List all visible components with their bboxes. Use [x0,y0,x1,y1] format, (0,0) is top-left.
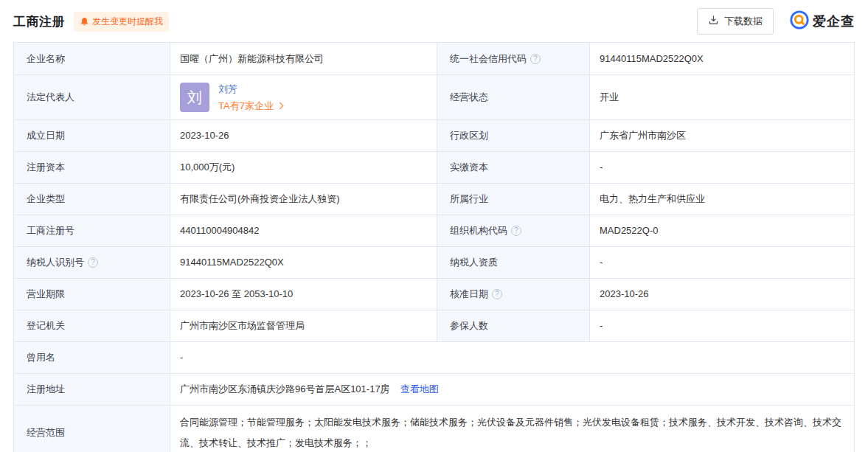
status-value-cell: 开业 [589,75,854,119]
industry-label-cell: 所属行业 [437,184,589,215]
status-label-cell: 经营状态 [437,75,589,119]
legal-rep-related-label: TA有7家企业 [218,99,274,114]
admin-division-value-cell: 广东省广州市南沙区 [589,120,854,151]
change-reminder-badge[interactable]: 发生变更时提醒我 [74,12,169,32]
legal-rep-label-cell: 法定代表人 [14,75,170,119]
reg-number-label-cell: 工商注册号 [14,215,170,246]
reg-address-label-cell: 注册地址 [14,374,170,405]
aiqicha-logo-icon [790,10,809,32]
row-company-name: 企业名称 国曜（广州）新能源科技有限公司 统一社会信用代码? 91440115M… [14,43,854,74]
chevron-right-icon [276,102,283,110]
paid-capital-label-cell: 实缴资本 [437,152,589,183]
row-reg-address: 注册地址 广州市南沙区东涌镇庆沙路96号首层A区101-17房 查看地图 [14,373,854,405]
legal-rep-value-cell: 刘 刘芳 TA有7家企业 [170,75,437,119]
reg-address-value-cell: 广州市南沙区东涌镇庆沙路96号首层A区101-17房 查看地图 [170,374,854,405]
help-icon[interactable]: ? [511,226,521,236]
approval-date-value-cell: 2023-10-26 [589,279,854,310]
company-name-value-cell: 国曜（广州）新能源科技有限公司 [170,43,437,74]
help-icon[interactable]: ? [88,257,98,268]
admin-division-label-cell: 行政区划 [437,120,589,151]
former-name-label-cell: 曾用名 [14,342,170,373]
approval-date-label-cell: 核准日期? [437,279,589,310]
business-scope-label-cell: 经营范围 [14,406,170,452]
row-company-type: 企业类型 有限责任公司(外商投资企业法人独资) 所属行业 电力、热力生产和供应业 [14,183,854,215]
legal-rep-related-link[interactable]: TA有7家企业 [218,99,282,114]
taxpayer-id-label-cell: 纳税人识别号? [14,247,170,278]
row-establish-date: 成立日期 2023-10-26 行政区划 广东省广州市南沙区 [14,119,854,151]
business-registration-table: 企业名称 国曜（广州）新能源科技有限公司 统一社会信用代码? 91440115M… [13,42,855,452]
paid-capital-value-cell: - [589,152,854,183]
row-legal-representative: 法定代表人 刘 刘芳 TA有7家企业 经营状态 开业 [14,74,854,119]
credit-code-label-cell: 统一社会信用代码? [437,43,589,74]
section-header: 工商注册 发生变更时提醒我 下载数据 爱企查 [0,0,868,38]
org-code-label-cell: 组织机构代码? [437,215,589,246]
company-name-label-cell: 企业名称 [14,43,170,74]
bell-icon [80,17,89,27]
reg-address-text: 广州市南沙区东涌镇庆沙路96号首层A区101-17房 [180,382,390,397]
brand-name: 爱企查 [813,13,855,30]
reg-authority-label-cell: 登记机关 [14,310,170,341]
company-type-value-cell: 有限责任公司(外商投资企业法人独资) [170,184,437,215]
taxpayer-id-value-cell: 91440115MAD2522Q0X [170,247,437,278]
help-icon[interactable]: ? [530,54,541,64]
page-title: 工商注册 [13,13,65,30]
row-taxpayer-id: 纳税人识别号? 91440115MAD2522Q0X 纳税人资质 - [14,246,854,278]
row-reg-authority: 登记机关 广州市南沙区市场监督管理局 参保人数 - [14,310,854,341]
company-type-label-cell: 企业类型 [14,184,170,215]
row-reg-number: 工商注册号 440110004904842 组织机构代码? MAD2522Q-0 [14,215,854,246]
row-reg-capital: 注册资本 10,000万(元) 实缴资本 - [14,151,854,183]
row-business-scope: 经营范围 合同能源管理；节能管理服务；太阳能发电技术服务；储能技术服务；光伏设备… [14,405,854,452]
taxpayer-qualification-value-cell: - [589,247,854,278]
reg-capital-value-cell: 10,000万(元) [170,152,437,183]
change-reminder-label: 发生变更时提醒我 [92,15,163,28]
business-scope-value-cell: 合同能源管理；节能管理服务；太阳能发电技术服务；储能技术服务；光伏设备及元器件销… [170,406,854,452]
industry-value-cell: 电力、热力生产和供应业 [589,184,854,215]
view-map-link[interactable]: 查看地图 [400,382,439,397]
brand-logo[interactable]: 爱企查 [790,10,855,32]
reg-capital-label-cell: 注册资本 [14,152,170,183]
row-business-term: 营业期限 2023-10-26 至 2053-10-10 核准日期? 2023-… [14,278,854,310]
credit-code-value-cell: 91440115MAD2522Q0X [589,43,854,74]
reg-authority-value-cell: 广州市南沙区市场监督管理局 [170,310,437,341]
business-term-value-cell: 2023-10-26 至 2053-10-10 [170,279,437,310]
download-icon [708,15,719,28]
download-data-button[interactable]: 下载数据 [697,8,774,35]
establish-date-label-cell: 成立日期 [14,120,170,151]
row-former-name: 曾用名 - [14,341,854,373]
download-label: 下载数据 [724,15,763,28]
legal-rep-name-link[interactable]: 刘芳 [218,82,282,97]
legal-rep-avatar[interactable]: 刘 [180,83,209,112]
reg-number-value-cell: 440110004904842 [170,215,437,246]
business-term-label-cell: 营业期限 [14,279,170,310]
org-code-value-cell: MAD2522Q-0 [589,215,854,246]
former-name-value-cell: - [170,342,854,373]
insured-count-label-cell: 参保人数 [437,310,589,341]
establish-date-value-cell: 2023-10-26 [170,120,437,151]
insured-count-value-cell: - [589,310,854,341]
taxpayer-qualification-label-cell: 纳税人资质 [437,247,589,278]
help-icon[interactable]: ? [492,289,502,299]
